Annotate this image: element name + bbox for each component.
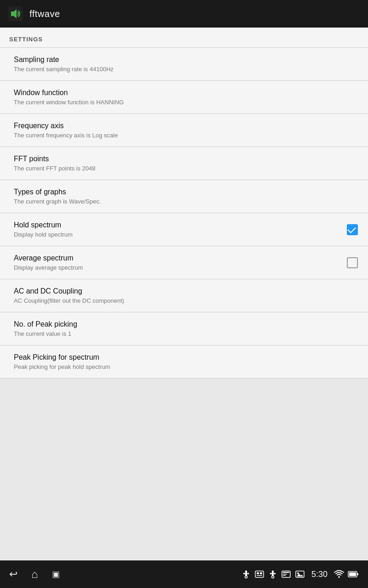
- usb-status-icon-2: [268, 570, 277, 579]
- settings-item-title-sampling-rate: Sampling rate: [14, 56, 359, 64]
- image-status-icon: [295, 570, 305, 579]
- settings-item-title-window-function: Window function: [14, 89, 359, 97]
- app-bar: fftwave: [0, 0, 368, 28]
- settings-item-text-fft-points: FFT pointsThe current FFT points is 2048: [14, 155, 359, 172]
- recents-button[interactable]: [52, 569, 60, 579]
- settings-item-title-average-spectrum: Average spectrum: [14, 254, 339, 262]
- svg-rect-10: [257, 575, 262, 576]
- settings-item-text-hold-spectrum: Hold spectrumDisplay hold spectrum: [14, 221, 339, 238]
- storage-status-icon: [254, 570, 264, 579]
- settings-item-subtitle-types-of-graphs: The current graph is Wave/Spec.: [14, 198, 359, 205]
- svg-rect-8: [257, 572, 259, 574]
- settings-item-subtitle-window-function: The current window function is HANNING: [14, 99, 359, 106]
- svg-rect-24: [357, 573, 358, 575]
- settings-item-subtitle-peak-picking-no: The current value is 1: [14, 330, 359, 337]
- settings-item-text-window-function: Window functionThe current window functi…: [14, 89, 359, 106]
- svg-rect-7: [255, 571, 264, 577]
- settings-item-subtitle-ac-dc-coupling: AC Coupling(filter out the DC component): [14, 297, 359, 304]
- settings-item-hold-spectrum[interactable]: Hold spectrumDisplay hold spectrum: [0, 213, 368, 246]
- main-content: SETTINGS Sampling rateThe current sampli…: [0, 28, 368, 570]
- home-button[interactable]: [31, 568, 38, 581]
- settings-item-text-average-spectrum: Average spectrumDisplay average spectrum: [14, 254, 339, 271]
- checkbox-checked-hold-spectrum[interactable]: [347, 224, 358, 235]
- nav-bar: 5:30: [0, 560, 368, 588]
- settings-item-types-of-graphs[interactable]: Types of graphsThe current graph is Wave…: [0, 180, 368, 213]
- svg-point-6: [245, 576, 247, 578]
- svg-rect-5: [243, 574, 249, 575]
- svg-marker-22: [297, 574, 303, 577]
- settings-list: Sampling rateThe current sampling rate i…: [0, 48, 368, 379]
- svg-rect-14: [270, 574, 276, 575]
- settings-item-title-peak-picking-spectrum: Peak Picking for spectrum: [14, 353, 359, 362]
- app-title: fftwave: [29, 9, 60, 19]
- settings-item-fft-points[interactable]: FFT pointsThe current FFT points is 2048: [0, 147, 368, 180]
- settings-item-control-hold-spectrum[interactable]: [346, 223, 359, 236]
- svg-rect-9: [260, 572, 262, 574]
- settings-item-text-sampling-rate: Sampling rateThe current sampling rate i…: [14, 56, 359, 73]
- settings-item-sampling-rate[interactable]: Sampling rateThe current sampling rate i…: [0, 48, 368, 81]
- settings-item-ac-dc-coupling[interactable]: AC and DC CouplingAC Coupling(filter out…: [0, 279, 368, 312]
- svg-point-15: [271, 576, 274, 578]
- usb-status-icon-1: [242, 570, 251, 579]
- settings-item-title-ac-dc-coupling: AC and DC Coupling: [14, 287, 359, 295]
- settings-item-text-peak-picking-spectrum: Peak Picking for spectrumPeak picking fo…: [14, 353, 359, 370]
- battery-status-icon: [348, 570, 359, 579]
- wifi-status-icon: [334, 570, 344, 578]
- nav-right: 5:30: [242, 570, 359, 579]
- settings-item-title-peak-picking-no: No. of Peak picking: [14, 320, 359, 328]
- settings-item-title-frequency-axis: Frequency axis: [14, 122, 359, 130]
- settings-item-peak-picking-no[interactable]: No. of Peak pickingThe current value is …: [0, 312, 368, 345]
- settings-item-title-fft-points: FFT points: [14, 155, 359, 163]
- settings-item-peak-picking-spectrum[interactable]: Peak Picking for spectrumPeak picking fo…: [0, 345, 368, 379]
- settings-item-text-frequency-axis: Frequency axisThe current frequency axis…: [14, 122, 359, 139]
- settings-item-average-spectrum[interactable]: Average spectrumDisplay average spectrum: [0, 246, 368, 279]
- svg-rect-19: [283, 575, 286, 576]
- svg-rect-25: [349, 572, 356, 576]
- settings-item-control-average-spectrum[interactable]: [346, 256, 359, 269]
- settings-item-subtitle-fft-points: The current FFT points is 2048: [14, 165, 359, 172]
- settings-item-subtitle-sampling-rate: The current sampling rate is 44100Hz: [14, 66, 359, 73]
- settings-item-subtitle-frequency-axis: The current frequency axis is Log scale: [14, 132, 359, 139]
- settings-item-subtitle-hold-spectrum: Display hold spectrum: [14, 231, 339, 238]
- back-button[interactable]: [9, 568, 17, 580]
- settings-item-title-hold-spectrum: Hold spectrum: [14, 221, 339, 229]
- svg-rect-11: [272, 571, 274, 576]
- settings-item-window-function[interactable]: Window functionThe current window functi…: [0, 81, 368, 114]
- settings-item-frequency-axis[interactable]: Frequency axisThe current frequency axis…: [0, 114, 368, 147]
- svg-rect-18: [283, 574, 287, 575]
- settings-item-subtitle-peak-picking-spectrum: Peak picking for peak hold spectrum: [14, 363, 359, 370]
- nav-left: [9, 568, 60, 581]
- app-logo-icon: [7, 6, 24, 22]
- news-status-icon: [281, 570, 291, 579]
- svg-rect-2: [245, 571, 247, 576]
- svg-point-21: [297, 572, 299, 574]
- svg-rect-17: [283, 572, 289, 573]
- settings-header: SETTINGS: [0, 28, 368, 48]
- status-time: 5:30: [311, 570, 328, 579]
- settings-item-subtitle-average-spectrum: Display average spectrum: [14, 264, 339, 271]
- settings-item-text-peak-picking-no: No. of Peak pickingThe current value is …: [14, 320, 359, 337]
- settings-item-text-ac-dc-coupling: AC and DC CouplingAC Coupling(filter out…: [14, 287, 359, 304]
- settings-container: SETTINGS Sampling rateThe current sampli…: [0, 28, 368, 379]
- settings-item-title-types-of-graphs: Types of graphs: [14, 188, 359, 196]
- checkbox-unchecked-average-spectrum[interactable]: [347, 257, 358, 268]
- settings-item-text-types-of-graphs: Types of graphsThe current graph is Wave…: [14, 188, 359, 205]
